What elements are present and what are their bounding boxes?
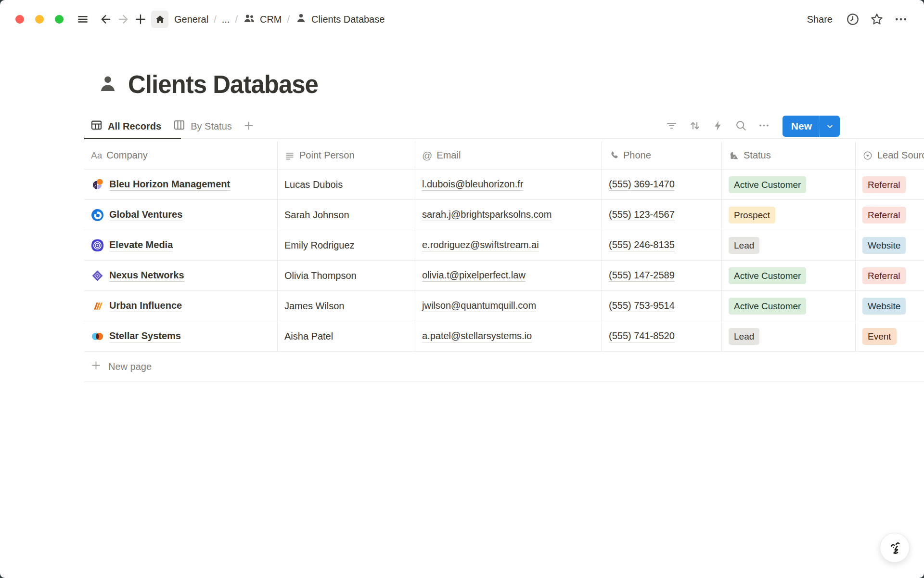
point-person-cell[interactable]: Olivia Thompson xyxy=(278,261,415,290)
email-cell[interactable]: e.rodriguez@swiftstream.ai xyxy=(415,230,602,260)
email-link[interactable]: a.patel@stellarsystems.io xyxy=(422,330,532,342)
column-header-company[interactable]: Aa Company xyxy=(84,142,278,169)
breadcrumb-crm[interactable]: CRM xyxy=(243,12,282,27)
company-cell[interactable]: Nexus Networks xyxy=(84,261,278,290)
tab-by-status[interactable]: By Status xyxy=(167,114,238,138)
phone-cell[interactable]: (555) 246-8135 xyxy=(602,230,722,260)
status-cell[interactable]: Active Customer xyxy=(722,170,856,199)
email-cell[interactable]: olivia.t@pixelperfect.law xyxy=(415,261,602,290)
lead-source-badge: Website xyxy=(862,298,906,315)
close-window-button[interactable] xyxy=(15,15,24,24)
point-person-cell[interactable]: Emily Rodriguez xyxy=(278,230,415,260)
email-link[interactable]: e.rodriguez@swiftstream.ai xyxy=(422,239,539,251)
share-button[interactable]: Share xyxy=(802,11,837,28)
column-header-phone[interactable]: Status Phone xyxy=(602,142,722,169)
breadcrumb-collapsed[interactable]: ... xyxy=(222,14,230,25)
email-link[interactable]: sarah.j@brightsparksolns.com xyxy=(422,209,552,221)
email-cell[interactable]: jwilson@quantumquill.com xyxy=(415,291,602,321)
company-cell[interactable]: Global Ventures xyxy=(84,200,278,230)
page-more-button[interactable] xyxy=(892,11,910,28)
chevron-down-icon[interactable] xyxy=(820,116,840,137)
column-header-email[interactable]: @ Email xyxy=(415,142,602,169)
company-cell[interactable]: Elevate Media xyxy=(84,230,278,260)
column-header-lead-source[interactable]: Lead Source xyxy=(856,142,924,169)
phone-cell[interactable]: (555) 147-2589 xyxy=(602,261,722,290)
company-cell[interactable]: Stellar Systems xyxy=(84,321,278,351)
table-view-icon xyxy=(90,118,103,134)
point-person-cell[interactable]: James Wilson xyxy=(278,291,415,321)
lead-source-cell[interactable]: Referral xyxy=(856,200,924,230)
new-record-button[interactable]: New xyxy=(783,116,840,137)
company-cell[interactable]: Urban Influence xyxy=(84,291,278,321)
notion-ai-button[interactable] xyxy=(880,533,910,563)
lead-source-cell[interactable]: Website xyxy=(856,291,924,321)
tab-all-records[interactable]: All Records xyxy=(84,114,167,138)
status-cell[interactable]: Active Customer xyxy=(722,291,856,321)
lead-source-badge: Referral xyxy=(862,176,906,193)
phone-cell[interactable]: (555) 123-4567 xyxy=(602,200,722,230)
email-link[interactable]: olivia.t@pixelperfect.law xyxy=(422,270,526,282)
new-page-row[interactable]: New page xyxy=(84,352,924,382)
breadcrumb-general[interactable]: General xyxy=(174,14,208,25)
column-header-point-person[interactable]: Point Person xyxy=(278,142,415,169)
phone-link[interactable]: (555) 369-1470 xyxy=(609,179,675,191)
company-page-link[interactable]: Stellar Systems xyxy=(109,330,181,342)
company-page-link[interactable]: Global Ventures xyxy=(109,209,182,221)
home-button[interactable] xyxy=(151,11,168,28)
lead-source-cell[interactable]: Website xyxy=(856,230,924,260)
phone-cell[interactable]: (555) 369-1470 xyxy=(602,170,722,199)
email-cell[interactable]: sarah.j@brightsparksolns.com xyxy=(415,200,602,230)
phone-link[interactable]: (555) 753-9514 xyxy=(609,300,675,312)
status-badge: Active Customer xyxy=(729,176,806,193)
sidebar-toggle-button[interactable] xyxy=(74,11,91,28)
breadcrumb-clients-database[interactable]: Clients Database xyxy=(295,12,385,26)
lead-source-cell[interactable]: Event xyxy=(856,321,924,351)
active-tab-underline xyxy=(84,138,181,139)
phone-cell[interactable]: (555) 753-9514 xyxy=(602,291,722,321)
email-cell[interactable]: a.patel@stellarsystems.io xyxy=(415,321,602,351)
status-cell[interactable]: Active Customer xyxy=(722,261,856,290)
point-person-cell[interactable]: Lucas Dubois xyxy=(278,170,415,199)
phone-cell[interactable]: (555) 741-8520 xyxy=(602,321,722,351)
clock-icon xyxy=(846,12,860,26)
phone-link[interactable]: (555) 741-8520 xyxy=(609,330,675,342)
new-tab-button[interactable] xyxy=(132,11,149,28)
company-cell[interactable]: Bleu Horizon Management xyxy=(84,170,278,199)
history-button[interactable] xyxy=(844,11,861,28)
point-person-cell[interactable]: Sarah Johnson xyxy=(278,200,415,230)
add-view-button[interactable] xyxy=(238,114,260,138)
title-icon: Aa xyxy=(91,150,102,161)
status-cell[interactable]: Lead xyxy=(722,321,856,351)
company-page-link[interactable]: Elevate Media xyxy=(109,239,173,251)
page-person-icon[interactable] xyxy=(97,73,118,96)
status-cell[interactable]: Lead xyxy=(722,230,856,260)
email-link[interactable]: l.dubois@bleuhorizon.fr xyxy=(422,179,523,191)
zoom-window-button[interactable] xyxy=(55,15,64,24)
favorite-button[interactable] xyxy=(868,11,886,28)
status-cell[interactable]: Prospect xyxy=(722,200,856,230)
back-button[interactable] xyxy=(97,11,115,28)
automations-button[interactable] xyxy=(708,117,728,136)
lead-source-cell[interactable]: Referral xyxy=(856,261,924,290)
phone-link[interactable]: (555) 147-2589 xyxy=(609,270,675,282)
phone-link[interactable]: (555) 246-8135 xyxy=(609,239,675,251)
point-person-cell[interactable]: Aisha Patel xyxy=(278,321,415,351)
sort-button[interactable] xyxy=(685,117,705,136)
email-link[interactable]: jwilson@quantumquill.com xyxy=(422,300,536,312)
company-page-link[interactable]: Nexus Networks xyxy=(109,270,184,282)
company-page-link[interactable]: Bleu Horizon Management xyxy=(109,179,230,191)
table-row: Elevate Media Emily Rodriguez e.rodrigue… xyxy=(84,230,924,261)
forward-button[interactable] xyxy=(115,11,132,28)
minimize-window-button[interactable] xyxy=(35,15,44,24)
view-more-button[interactable] xyxy=(755,117,774,136)
search-button[interactable] xyxy=(732,117,751,136)
email-cell[interactable]: l.dubois@bleuhorizon.fr xyxy=(415,170,602,199)
company-logo xyxy=(91,178,104,191)
lightning-icon xyxy=(712,119,724,133)
page-title[interactable]: Clients Database xyxy=(128,70,318,99)
filter-button[interactable] xyxy=(662,117,681,136)
company-page-link[interactable]: Urban Influence xyxy=(109,300,182,312)
phone-link[interactable]: (555) 123-4567 xyxy=(609,209,675,221)
lead-source-cell[interactable]: Referral xyxy=(856,170,924,199)
column-header-status[interactable]: Status xyxy=(722,142,856,169)
